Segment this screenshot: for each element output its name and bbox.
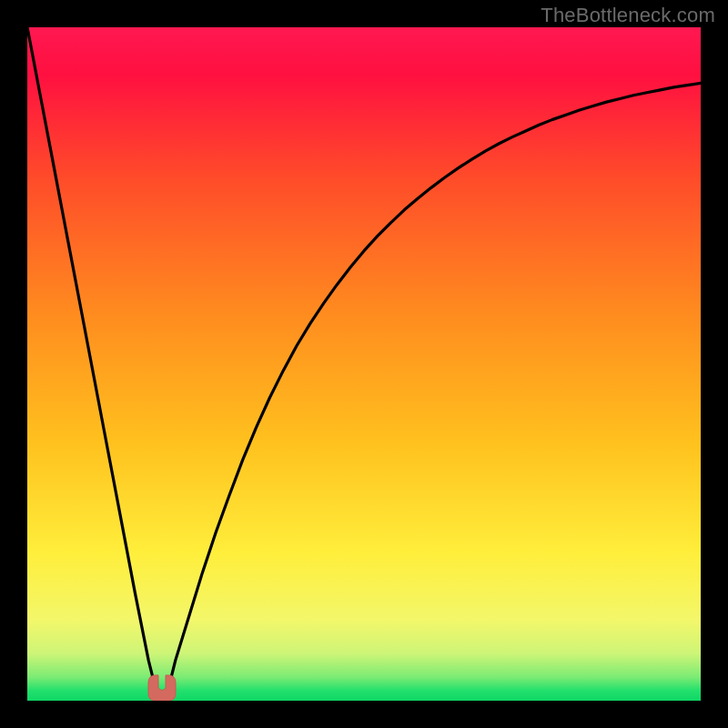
chart-plot <box>0 0 728 728</box>
watermark-text: TheBottleneck.com <box>541 4 715 27</box>
chart-stage: TheBottleneck.com <box>0 0 728 728</box>
plot-area <box>27 27 701 701</box>
